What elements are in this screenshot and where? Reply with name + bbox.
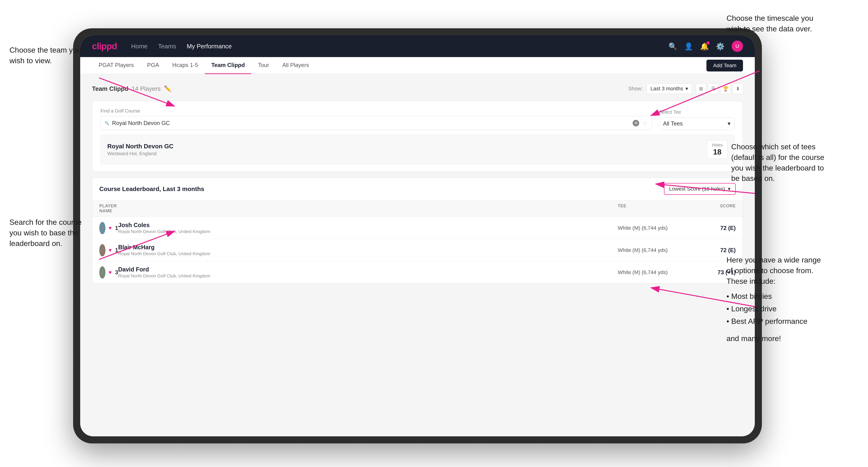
options-list: Most birdies Longest drive Best APP perf…	[726, 290, 863, 328]
heart-icon-3: ♥	[109, 269, 112, 276]
chevron-down-icon: ▾	[728, 186, 731, 192]
tee-select-group: Select Tee All Tees ▾	[659, 110, 735, 130]
player-count: 14 Players	[132, 85, 161, 92]
list-item: Best APP performance	[726, 315, 863, 328]
player-club-1: Royal North Devon Golf Club, United King…	[118, 229, 618, 234]
chevron-down-icon: ▾	[728, 120, 731, 127]
view-icons: ⊞ ☰ 🏆 ⬇	[696, 84, 743, 94]
player-info-1: Josh Coles Royal North Devon Golf Club, …	[118, 222, 618, 234]
col-header-tee: TEE	[618, 204, 688, 214]
course-search-group: Find a Golf Course 🔍 ✕ ☆	[100, 108, 652, 130]
nav-my-performance[interactable]: My Performance	[187, 43, 232, 50]
leaderboard-section: Course Leaderboard, Last 3 months Lowest…	[92, 178, 743, 283]
nav-icons: 🔍 👤 🔔 ⚙️ U	[669, 40, 743, 52]
player-info-3: David Ford Royal North Devon Golf Club, …	[118, 266, 618, 279]
list-item: Most birdies	[726, 290, 863, 303]
top-nav: clippd Home Teams My Performance 🔍 👤 🔔 ⚙…	[80, 35, 755, 57]
col-header-score: SCORE	[688, 204, 736, 214]
main-content: Team Clippd 14 Players ✏️ Show: Last 3 m…	[80, 74, 755, 436]
and-more-text: and many more!	[726, 333, 863, 344]
player-name-2: Blair McHarg	[118, 244, 618, 251]
annotation-options: Here you have a wide range of options to…	[726, 255, 863, 344]
people-icon[interactable]: 👤	[684, 42, 693, 51]
leaderboard-table-header: PLAYER NAME TEE SCORE	[92, 200, 743, 217]
player-club-2: Royal North Devon Golf Club, United King…	[118, 251, 618, 256]
leaderboard-title: Course Leaderboard, Last 3 months	[99, 185, 204, 193]
search-icon: 🔍	[104, 121, 109, 125]
col-header-player: PLAYER NAME	[99, 204, 118, 214]
player-info-2: Blair McHarg Royal North Devon Golf Club…	[118, 244, 618, 256]
team-header: Team Clippd 14 Players ✏️ Show: Last 3 m…	[92, 84, 743, 94]
player-club-3: Royal North Devon Golf Club, United King…	[118, 273, 618, 279]
tee-dropdown[interactable]: All Tees ▾	[659, 117, 735, 130]
annotation-timescale: Choose the timescale you wish to see the…	[726, 13, 863, 34]
search-input-wrapper: 🔍 ✕ ☆	[100, 116, 652, 130]
holes-number: 18	[712, 148, 723, 156]
tee-cell-1: White (M) (6,744 yds)	[618, 225, 688, 231]
bell-icon[interactable]: 🔔	[700, 42, 709, 51]
favorite-icon[interactable]: ☆	[642, 119, 648, 127]
player-name-1: Josh Coles	[118, 222, 618, 228]
course-name: Royal North Devon GC	[107, 143, 173, 150]
sub-nav-team-clippd[interactable]: Team Clippd	[205, 57, 251, 74]
grid-view-button[interactable]: ⊞	[696, 84, 706, 94]
search-area: Find a Golf Course 🔍 ✕ ☆ Select Tee	[92, 101, 743, 172]
sub-nav-pga[interactable]: PGA	[141, 57, 166, 74]
search-icon[interactable]: 🔍	[669, 42, 677, 51]
course-result: Royal North Devon GC Westward Hol, Engla…	[100, 135, 735, 164]
nav-home[interactable]: Home	[131, 43, 148, 50]
user-avatar[interactable]: U	[732, 40, 743, 52]
annotation-choose-team: Choose the team you wish to view.	[9, 45, 108, 66]
player-avatar-3: D	[99, 266, 105, 279]
download-button[interactable]: ⬇	[733, 84, 743, 94]
edit-icon[interactable]: ✏️	[164, 85, 172, 92]
show-label: Show:	[628, 86, 643, 92]
table-row: J ♥ 1 Josh Coles Royal North Devon Golf …	[92, 217, 743, 239]
search-row: Find a Golf Course 🔍 ✕ ☆ Select Tee	[100, 108, 735, 130]
tee-cell-3: White (M) (6,744 yds)	[618, 269, 688, 276]
sub-nav: PGAT Players PGA Hcaps 1-5 Team Clippd T…	[80, 57, 755, 74]
chevron-down-icon: ▾	[685, 86, 688, 92]
tablet-frame: clippd Home Teams My Performance 🔍 👤 🔔 ⚙…	[73, 28, 762, 443]
annotation-search-course: Search for the course you wish to base t…	[9, 217, 118, 249]
annotation-tees: Choose which set of tees (default is all…	[731, 142, 863, 184]
tee-label: Select Tee	[659, 110, 735, 115]
score-type-label: Lowest Score (18 holes)	[669, 186, 725, 192]
sub-nav-hcaps[interactable]: Hcaps 1-5	[166, 57, 205, 74]
score-type-dropdown[interactable]: Lowest Score (18 holes) ▾	[664, 183, 736, 195]
sub-nav-tour[interactable]: Tour	[251, 57, 276, 74]
holes-label: Holes	[712, 143, 723, 148]
tee-value: All Tees	[663, 120, 683, 127]
rank-cell-3: D ♥ 3	[99, 266, 118, 279]
trophy-view-button[interactable]: 🏆	[720, 84, 731, 94]
time-period-dropdown[interactable]: Last 3 months ▾	[647, 84, 692, 94]
team-title: Team Clippd 14 Players ✏️	[92, 85, 172, 92]
rank-3: 3	[115, 269, 118, 276]
leaderboard-header: Course Leaderboard, Last 3 months Lowest…	[92, 178, 743, 200]
course-info: Royal North Devon GC Westward Hol, Engla…	[107, 143, 173, 156]
sub-nav-all-players[interactable]: All Players	[276, 57, 316, 74]
tablet-screen: clippd Home Teams My Performance 🔍 👤 🔔 ⚙…	[80, 35, 755, 436]
list-item: Longest drive	[726, 303, 863, 315]
clear-search-button[interactable]: ✕	[632, 120, 639, 126]
team-name: Team Clippd	[92, 85, 128, 92]
course-search-input[interactable]	[112, 120, 630, 126]
app-container: clippd Home Teams My Performance 🔍 👤 🔔 ⚙…	[80, 35, 755, 436]
tee-cell-2: White (M) (6,744 yds)	[618, 247, 688, 253]
table-row: B ♥ 1 Blair McHarg Royal North Devon Gol…	[92, 239, 743, 261]
course-location: Westward Hol, England	[107, 151, 173, 156]
show-controls: Show: Last 3 months ▾ ⊞ ☰ 🏆 ⬇	[628, 84, 743, 94]
list-view-button[interactable]: ☰	[708, 84, 718, 94]
settings-icon[interactable]: ⚙️	[716, 42, 724, 51]
find-course-label: Find a Golf Course	[100, 108, 652, 114]
nav-links: Home Teams My Performance	[131, 43, 669, 50]
nav-teams[interactable]: Teams	[158, 43, 176, 50]
holes-badge: Holes 18	[707, 140, 728, 159]
table-row: D ♥ 3 David Ford Royal North Devon Golf …	[92, 261, 743, 283]
score-cell-1: 72 (E)	[688, 225, 736, 231]
player-name-3: David Ford	[118, 266, 618, 273]
add-team-button[interactable]: Add Team	[706, 60, 743, 71]
score-cell-2: 72 (E)	[688, 247, 736, 253]
